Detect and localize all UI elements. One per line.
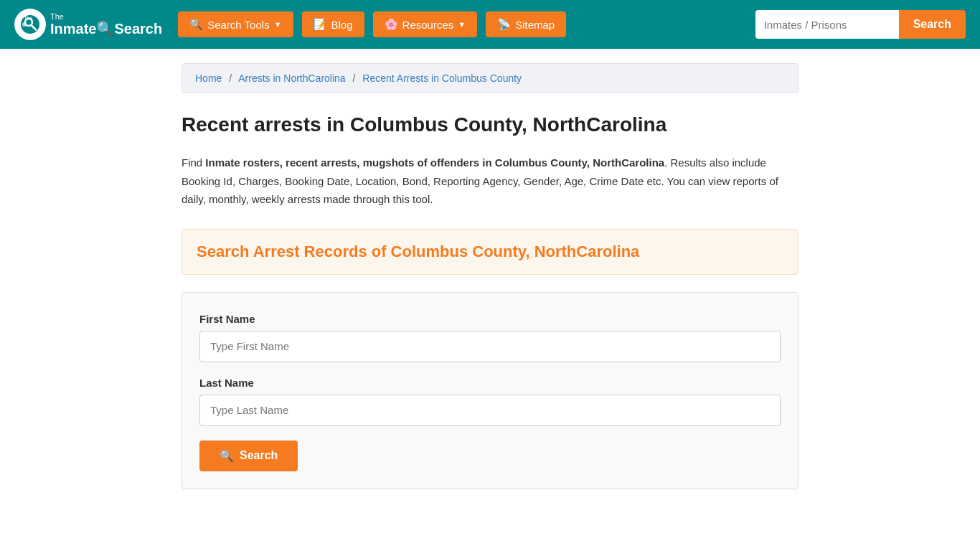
search-tools-icon: 🔍 xyxy=(189,18,203,31)
logo: The The Inmate🔍Search xyxy=(14,9,162,40)
breadcrumb-separator-2: / xyxy=(353,72,356,84)
last-name-input[interactable] xyxy=(199,395,781,426)
resources-button[interactable]: 🌸 Resources ▼ xyxy=(373,11,478,37)
sitemap-icon: 📡 xyxy=(497,18,511,31)
search-form-button-icon: 🔍 xyxy=(220,449,234,463)
first-name-label: First Name xyxy=(199,313,781,325)
search-form-button[interactable]: 🔍 Search xyxy=(199,441,298,471)
resources-label: Resources xyxy=(402,19,454,31)
search-form-container: First Name Last Name 🔍 Search xyxy=(182,292,798,489)
first-name-input[interactable] xyxy=(199,331,781,362)
breadcrumb: Home / Arrests in NorthCarolina / Recent… xyxy=(182,63,798,93)
sitemap-button[interactable]: 📡 Sitemap xyxy=(486,11,566,37)
search-form-button-label: Search xyxy=(240,449,278,462)
search-tools-button[interactable]: 🔍 Search Tools ▼ xyxy=(178,11,293,37)
logo-inmate-search: Inmate🔍Search xyxy=(50,21,162,37)
search-tools-label: Search Tools xyxy=(207,19,269,31)
header-search-button[interactable]: Search xyxy=(899,10,966,39)
breadcrumb-separator-1: / xyxy=(229,72,232,84)
last-name-label: Last Name xyxy=(199,377,781,389)
last-name-group: Last Name xyxy=(199,377,781,426)
description-bold: Inmate rosters, recent arrests, mugshots… xyxy=(205,156,664,169)
search-section-title: Search Arrest Records of Columbus County… xyxy=(197,242,783,261)
blog-label: Blog xyxy=(331,19,353,31)
breadcrumb-arrests[interactable]: Arrests in NorthCarolina xyxy=(238,72,345,84)
page-title: Recent arrests in Columbus County, North… xyxy=(182,113,798,136)
breadcrumb-current[interactable]: Recent Arrests in Columbus County xyxy=(362,72,522,84)
svg-text:The: The xyxy=(24,16,32,20)
main-content: Home / Arrests in NorthCarolina / Recent… xyxy=(167,49,813,518)
first-name-group: First Name xyxy=(199,313,781,362)
resources-icon: 🌸 xyxy=(385,18,398,31)
chevron-down-icon-resources: ▼ xyxy=(458,20,466,29)
site-header: The The Inmate🔍Search 🔍 Search Tools ▼ 📝… xyxy=(0,0,980,49)
page-description: Find Inmate rosters, recent arrests, mug… xyxy=(182,154,798,209)
breadcrumb-home[interactable]: Home xyxy=(195,72,222,84)
blog-button[interactable]: 📝 Blog xyxy=(302,11,364,37)
logo-the: The xyxy=(50,12,162,21)
header-search-group: Search xyxy=(755,10,966,39)
sitemap-label: Sitemap xyxy=(515,19,555,31)
svg-point-3 xyxy=(22,22,27,27)
header-search-button-label: Search xyxy=(913,18,951,30)
blog-icon: 📝 xyxy=(314,18,327,31)
header-search-input[interactable] xyxy=(755,10,899,39)
chevron-down-icon: ▼ xyxy=(274,20,282,29)
logo-icon: The xyxy=(14,9,46,40)
search-section-header: Search Arrest Records of Columbus County… xyxy=(182,229,798,275)
